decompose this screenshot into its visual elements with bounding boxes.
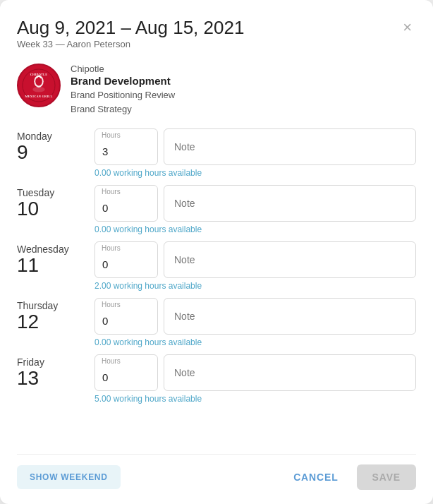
note-input-monday[interactable] [164, 128, 416, 165]
day-label-friday: Friday 13 [17, 356, 94, 390]
day-inputs-tuesday: Hours [94, 185, 416, 222]
day-name-thursday: Thursday [17, 300, 94, 311]
day-section-friday: Friday 13 Hours 5.00 working hours avail… [17, 354, 416, 404]
save-button[interactable]: SAVE [357, 464, 416, 490]
modal-title: Aug 9, 2021 – Aug 15, 2021 [17, 17, 244, 39]
day-number-friday: 13 [17, 367, 39, 389]
day-name-friday: Friday [17, 356, 94, 368]
svg-point-3 [32, 87, 44, 92]
svg-text:MEXICAN GRILL: MEXICAN GRILL [25, 95, 52, 98]
note-field-friday [164, 354, 416, 391]
svg-point-2 [35, 77, 42, 85]
day-label-monday: Monday 9 [17, 131, 94, 164]
svg-text:CHIPOTLE: CHIPOTLE [30, 73, 48, 76]
modal-header: Aug 9, 2021 – Aug 15, 2021 Week 33 — Aar… [17, 17, 416, 61]
day-label-wednesday: Wednesday 11 [17, 244, 94, 277]
company-role: Brand Development [71, 75, 175, 87]
day-inputs-monday: Hours [94, 128, 416, 165]
day-inputs-friday: Hours [94, 354, 416, 391]
days-container: Monday 9 Hours 0.00 working hours availa… [17, 128, 416, 411]
hours-input-thursday[interactable] [94, 298, 158, 335]
hours-field-wednesday: Hours [94, 241, 158, 278]
day-inputs-thursday: Hours [94, 298, 416, 335]
company-info: Chipotle Brand Development Brand Positio… [71, 64, 175, 116]
modal-footer: SHOW WEEKEND CANCEL SAVE [17, 454, 416, 490]
hours-field-monday: Hours [94, 128, 158, 165]
day-label-thursday: Thursday 12 [17, 300, 94, 333]
day-row-wednesday: Wednesday 11 Hours [17, 241, 416, 278]
day-row-friday: Friday 13 Hours [17, 354, 416, 391]
close-button[interactable]: × [398, 18, 416, 37]
day-row-monday: Monday 9 Hours [17, 128, 416, 165]
day-number-monday: 9 [17, 141, 28, 163]
note-input-tuesday[interactable] [164, 185, 416, 222]
day-name-tuesday: Tuesday [17, 187, 94, 198]
note-field-tuesday [164, 185, 416, 222]
company-detail2: Brand Strategy [71, 102, 175, 116]
company-name: Chipotle [71, 64, 175, 74]
modal-subtitle: Week 33 — Aaron Peterson [17, 39, 244, 49]
available-hours-tuesday: 0.00 working hours available [94, 224, 416, 234]
day-number-wednesday: 11 [17, 254, 39, 276]
show-weekend-button[interactable]: SHOW WEEKEND [17, 465, 121, 489]
day-section-tuesday: Tuesday 10 Hours 0.00 working hours avai… [17, 185, 416, 234]
day-number-thursday: 12 [17, 311, 39, 332]
time-entry-modal: Aug 9, 2021 – Aug 15, 2021 Week 33 — Aar… [0, 0, 433, 504]
company-detail1: Brand Positioning Review [71, 88, 175, 102]
day-section-wednesday: Wednesday 11 Hours 2.00 working hours av… [17, 241, 416, 291]
cancel-button[interactable]: CANCEL [283, 464, 348, 490]
day-label-tuesday: Tuesday 10 [17, 187, 94, 220]
company-row: MEXICAN GRILL CHIPOTLE Chipotle Brand De… [17, 64, 416, 116]
day-section-monday: Monday 9 Hours 0.00 working hours availa… [17, 128, 416, 178]
note-input-friday[interactable] [164, 354, 416, 391]
hours-field-friday: Hours [94, 354, 158, 391]
day-number-tuesday: 10 [17, 198, 39, 220]
day-name-wednesday: Wednesday [17, 244, 94, 255]
day-row-thursday: Thursday 12 Hours [17, 298, 416, 335]
hours-field-tuesday: Hours [94, 185, 158, 222]
available-hours-wednesday: 2.00 working hours available [94, 281, 416, 291]
note-field-wednesday [164, 241, 416, 278]
hours-input-monday[interactable] [94, 128, 158, 165]
available-hours-friday: 5.00 working hours available [94, 394, 416, 404]
company-logo: MEXICAN GRILL CHIPOTLE [17, 64, 61, 107]
hours-input-tuesday[interactable] [94, 185, 158, 222]
day-inputs-wednesday: Hours [94, 241, 416, 278]
hours-input-wednesday[interactable] [94, 241, 158, 278]
note-field-thursday [164, 298, 416, 335]
chipotle-logo-icon: MEXICAN GRILL CHIPOTLE [22, 68, 56, 102]
day-name-monday: Monday [17, 131, 94, 142]
available-hours-monday: 0.00 working hours available [94, 168, 416, 178]
hours-field-thursday: Hours [94, 298, 158, 335]
note-input-wednesday[interactable] [164, 241, 416, 278]
day-section-thursday: Thursday 12 Hours 0.00 working hours ava… [17, 298, 416, 347]
day-row-tuesday: Tuesday 10 Hours [17, 185, 416, 222]
note-input-thursday[interactable] [164, 298, 416, 335]
note-field-monday [164, 128, 416, 165]
footer-right: CANCEL SAVE [283, 464, 416, 490]
hours-input-friday[interactable] [94, 354, 158, 391]
available-hours-thursday: 0.00 working hours available [94, 337, 416, 347]
